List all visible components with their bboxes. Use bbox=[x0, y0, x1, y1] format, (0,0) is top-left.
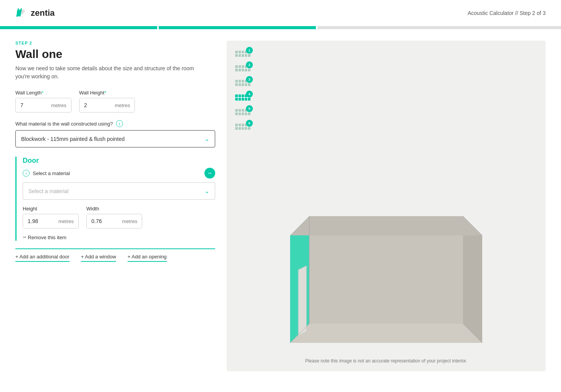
progress-bar bbox=[0, 26, 561, 29]
step-indicator: Acoustic Calculator // Step 2 of 3 bbox=[468, 10, 546, 16]
add-links-row: + Add an additional door + Add a window … bbox=[15, 248, 215, 262]
door-height-input-wrapper: metres bbox=[23, 214, 79, 228]
svg-marker-40 bbox=[290, 324, 482, 343]
material-select[interactable]: Blockwork - 115mm painted & flush pointe… bbox=[15, 130, 215, 147]
material-select-arrow: ⌄ bbox=[204, 135, 209, 142]
door-height-input[interactable] bbox=[23, 214, 54, 228]
svg-text://: // bbox=[16, 7, 22, 18]
add-door-link[interactable]: + Add an additional door bbox=[15, 254, 70, 262]
room-svg bbox=[279, 201, 494, 354]
door-height-unit: metres bbox=[54, 215, 78, 228]
wall-icon-4[interactable]: 4 bbox=[234, 92, 251, 103]
door-width-label: Width bbox=[86, 206, 143, 212]
wall-height-input[interactable] bbox=[80, 98, 110, 112]
door-title: Door bbox=[23, 157, 215, 165]
room-note: Please note this image is not an accurat… bbox=[305, 358, 467, 364]
progress-segment-3 bbox=[317, 26, 561, 29]
step-label: STEP 2 bbox=[15, 41, 215, 45]
door-width-group: Width metres bbox=[86, 206, 143, 228]
left-panel: STEP 2 Wall one Now we need to take some… bbox=[15, 41, 215, 371]
remove-minus-icon: − bbox=[23, 234, 26, 241]
door-section: Door i Select a material − Select a mate… bbox=[15, 157, 215, 241]
door-material-select[interactable]: Select a material ⌄ bbox=[23, 182, 215, 200]
door-material-placeholder: Select a material bbox=[28, 188, 68, 194]
wall-icon-3[interactable]: 3 bbox=[234, 78, 251, 88]
wall-height-label: Wall Height* bbox=[79, 90, 135, 96]
main-content: STEP 2 Wall one Now we need to take some… bbox=[0, 29, 561, 383]
add-opening-link[interactable]: + Add an opening bbox=[128, 254, 167, 262]
page-title: Wall one bbox=[15, 48, 215, 61]
wall-length-label: Wall Length* bbox=[15, 90, 71, 96]
door-material-arrow: ⌄ bbox=[204, 187, 209, 195]
material-info-icon[interactable]: i bbox=[116, 120, 123, 127]
door-collapse-button[interactable]: − bbox=[204, 168, 215, 179]
wall-length-input-wrapper: metres bbox=[15, 98, 71, 112]
dimensions-row: Wall Length* metres Wall Height* metres bbox=[15, 90, 215, 112]
door-width-unit: metres bbox=[118, 215, 142, 228]
svg-marker-42 bbox=[299, 266, 306, 335]
add-window-link[interactable]: + Add a window bbox=[81, 254, 116, 262]
wall-length-group: Wall Length* metres bbox=[15, 90, 71, 112]
door-width-input[interactable] bbox=[87, 214, 118, 228]
logo-text: zentia bbox=[31, 8, 55, 18]
door-info-left: i Select a material bbox=[23, 170, 70, 177]
material-label-text: What material is the wall constructed us… bbox=[15, 121, 113, 127]
material-section: What material is the wall constructed us… bbox=[15, 120, 215, 147]
logo-icon: // bbox=[15, 7, 28, 19]
wall-length-unit: metres bbox=[46, 99, 71, 112]
door-hw-row: Height metres Width metres bbox=[23, 206, 215, 228]
progress-segment-1 bbox=[0, 26, 157, 29]
material-select-value: Blockwork - 115mm painted & flush pointe… bbox=[21, 136, 124, 142]
wall-icons-column: 123456 bbox=[234, 48, 251, 132]
wall-icon-5[interactable]: 5 bbox=[234, 107, 251, 117]
header: // zentia Acoustic Calculator // Step 2 … bbox=[0, 0, 561, 26]
door-height-group: Height metres bbox=[23, 206, 79, 228]
wall-icon-1[interactable]: 1 bbox=[234, 48, 251, 59]
wall-height-input-wrapper: metres bbox=[79, 98, 135, 112]
wall-icon-6[interactable]: 6 bbox=[234, 121, 251, 132]
door-info-row: i Select a material − bbox=[23, 168, 215, 179]
material-label-row: What material is the wall constructed us… bbox=[15, 120, 215, 127]
remove-item-label: Remove this item bbox=[28, 235, 66, 240]
remove-item[interactable]: − Remove this item bbox=[23, 234, 215, 241]
door-info-icon[interactable]: i bbox=[23, 170, 30, 177]
wall-height-group: Wall Height* metres bbox=[79, 90, 135, 112]
wall-height-unit: metres bbox=[110, 99, 135, 112]
logo: // zentia bbox=[15, 7, 55, 19]
door-select-material-label: Select a material bbox=[33, 170, 70, 176]
wall-length-input[interactable] bbox=[16, 98, 46, 112]
right-panel: 123456 bbox=[227, 41, 546, 371]
door-height-label: Height bbox=[23, 206, 79, 212]
svg-marker-41 bbox=[290, 216, 482, 235]
room-3d bbox=[279, 201, 494, 354]
page-description: Now we need to take some details about t… bbox=[15, 65, 215, 81]
door-width-input-wrapper: metres bbox=[86, 214, 143, 228]
progress-segment-2 bbox=[159, 26, 316, 29]
wall-icon-2[interactable]: 2 bbox=[234, 63, 251, 74]
